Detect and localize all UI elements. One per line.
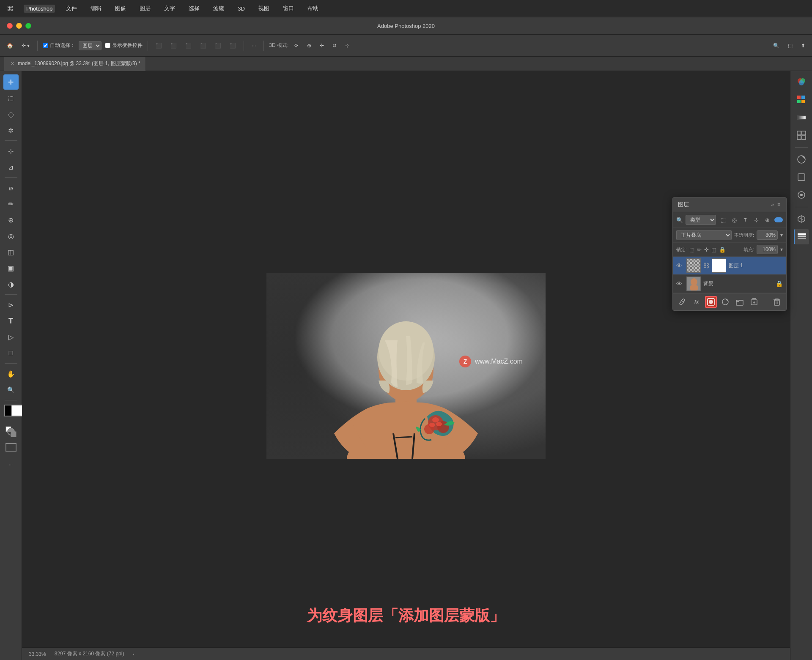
- background-visibility[interactable]: 👁: [676, 280, 684, 287]
- menu-layer[interactable]: 图层: [137, 4, 153, 13]
- fill-chevron[interactable]: ▾: [780, 246, 783, 252]
- 3d-roll-btn[interactable]: ↺: [330, 41, 339, 50]
- properties-panel-btn[interactable]: [794, 170, 809, 185]
- blend-mode-select[interactable]: 正片叠底: [676, 230, 732, 240]
- brush-tool[interactable]: ✏: [3, 196, 19, 211]
- lock-pixel-btn[interactable]: ⬚: [689, 246, 694, 253]
- opacity-chevron[interactable]: ▾: [780, 232, 783, 238]
- layers-menu-btn[interactable]: ≡: [776, 201, 781, 208]
- layers-collapse-btn[interactable]: »: [770, 201, 775, 208]
- lock-all-btn[interactable]: 🔒: [719, 246, 726, 253]
- layers-panel-btn[interactable]: [794, 229, 809, 244]
- menu-file[interactable]: 文件: [63, 4, 80, 13]
- history-panel-btn[interactable]: [794, 187, 809, 203]
- workspace-btn[interactable]: ⬚: [785, 41, 795, 50]
- show-transform-option[interactable]: 显示变换控件: [105, 42, 143, 49]
- lock-move-btn[interactable]: ✛: [704, 246, 709, 253]
- color-panel-btn[interactable]: [794, 74, 809, 90]
- eyedropper-tool[interactable]: ⊿: [3, 159, 19, 175]
- 3d-panel-btn[interactable]: [794, 211, 809, 227]
- align-center-v-btn[interactable]: ⬛: [212, 41, 224, 50]
- lock-artboard-btn[interactable]: ◫: [711, 246, 716, 253]
- move-tool[interactable]: ✛: [3, 74, 19, 90]
- menu-image[interactable]: 图像: [112, 4, 129, 13]
- maximize-button[interactable]: [25, 23, 31, 29]
- close-button[interactable]: [7, 23, 13, 29]
- layer-filter-type[interactable]: 类型: [686, 215, 716, 225]
- lock-paint-btn[interactable]: ✏: [697, 246, 702, 253]
- align-left-btn[interactable]: ⬛: [153, 41, 165, 50]
- menu-help[interactable]: 帮助: [305, 4, 321, 13]
- quick-mask-btn[interactable]: [5, 426, 17, 439]
- patterns-panel-btn[interactable]: [794, 128, 809, 143]
- filter-toggle[interactable]: [774, 217, 783, 222]
- auto-select-checkbox[interactable]: [43, 43, 48, 48]
- adjustment-layer-btn[interactable]: [719, 296, 731, 308]
- apple-icon[interactable]: ⌘: [7, 5, 14, 13]
- menu-window[interactable]: 窗口: [280, 4, 296, 13]
- crop-tool[interactable]: ⊹: [3, 143, 19, 159]
- gradient-panel-btn[interactable]: [794, 110, 809, 125]
- share-btn[interactable]: ⬆: [798, 41, 808, 50]
- opacity-input[interactable]: [757, 230, 778, 240]
- clone-stamp-tool[interactable]: ⊕: [3, 212, 19, 227]
- search-btn[interactable]: 🔍: [771, 41, 782, 50]
- filter-smart-btn[interactable]: ⊕: [763, 215, 772, 225]
- history-brush-tool[interactable]: ◎: [3, 228, 19, 244]
- rectangle-marquee-tool[interactable]: ⬚: [3, 90, 19, 106]
- adjustments-panel-btn[interactable]: [794, 152, 809, 167]
- layer-row-background[interactable]: 👁 背景 🔒: [673, 275, 786, 293]
- auto-select-option[interactable]: 自动选择：: [43, 42, 75, 49]
- magic-wand-tool[interactable]: ✲: [3, 123, 19, 138]
- shape-tool[interactable]: □: [3, 345, 19, 361]
- menu-3d[interactable]: 3D: [235, 5, 247, 13]
- filter-text-btn[interactable]: T: [741, 215, 750, 225]
- group-layers-btn[interactable]: [734, 296, 746, 308]
- new-layer-btn[interactable]: [748, 296, 760, 308]
- path-selection-tool[interactable]: ▷: [3, 329, 19, 345]
- filter-shape-btn[interactable]: ⊹: [752, 215, 761, 225]
- align-right-btn[interactable]: ⬛: [183, 41, 194, 50]
- menu-view[interactable]: 视图: [256, 4, 272, 13]
- lasso-tool[interactable]: ◌: [3, 107, 19, 122]
- delete-layer-btn[interactable]: [771, 296, 783, 308]
- layer-1-chain[interactable]: ⛓: [703, 262, 709, 269]
- eraser-tool[interactable]: ◫: [3, 244, 19, 260]
- text-tool[interactable]: T: [3, 313, 19, 329]
- menu-text[interactable]: 文字: [162, 4, 178, 13]
- zoom-tool[interactable]: 🔍: [3, 382, 19, 397]
- layer-1-visibility[interactable]: 👁: [676, 262, 684, 269]
- more-options-btn[interactable]: ···: [249, 41, 258, 50]
- fx-btn[interactable]: fx: [691, 296, 702, 308]
- swatches-panel-btn[interactable]: [794, 92, 809, 107]
- link-layers-btn[interactable]: [676, 296, 688, 308]
- background-thumb[interactable]: [686, 277, 701, 291]
- hand-tool[interactable]: ✋: [3, 366, 19, 381]
- dodge-tool[interactable]: ◑: [3, 277, 19, 292]
- screen-mode-btn[interactable]: [5, 441, 17, 455]
- 3d-move-btn[interactable]: ⊕: [304, 41, 314, 50]
- menu-filter[interactable]: 滤镜: [211, 4, 227, 13]
- minimize-button[interactable]: [16, 23, 22, 29]
- background-color[interactable]: [11, 405, 23, 416]
- auto-select-mode[interactable]: 图层: [79, 41, 102, 50]
- healing-brush-tool[interactable]: ⌀: [3, 180, 19, 195]
- layer-1-mask-thumb[interactable]: [712, 258, 726, 273]
- fill-input[interactable]: [757, 245, 778, 254]
- document-tab[interactable]: ✕ model_130899020.jpg @ 33.3% (图层 1, 图层蒙…: [4, 57, 146, 71]
- align-top-btn[interactable]: ⬛: [198, 41, 209, 50]
- add-mask-btn[interactable]: [705, 296, 717, 308]
- filter-pixel-btn[interactable]: ⬚: [719, 215, 728, 225]
- 3d-rotate-btn[interactable]: ⟳: [292, 41, 301, 50]
- menu-select[interactable]: 选择: [186, 4, 202, 13]
- arrow-icon[interactable]: ›: [132, 652, 134, 657]
- align-center-h-btn[interactable]: ⬛: [168, 41, 179, 50]
- tab-close-btn[interactable]: ✕: [9, 61, 15, 67]
- pen-tool[interactable]: ⊳: [3, 297, 19, 312]
- show-transform-checkbox[interactable]: [105, 43, 110, 48]
- filter-adjustment-btn[interactable]: ◎: [730, 215, 739, 225]
- menu-edit[interactable]: 编辑: [88, 4, 104, 13]
- align-bottom-btn[interactable]: ⬛: [227, 41, 239, 50]
- layer-1-thumb-checker[interactable]: [686, 258, 701, 273]
- menu-photoshop[interactable]: Photoshop: [24, 5, 55, 13]
